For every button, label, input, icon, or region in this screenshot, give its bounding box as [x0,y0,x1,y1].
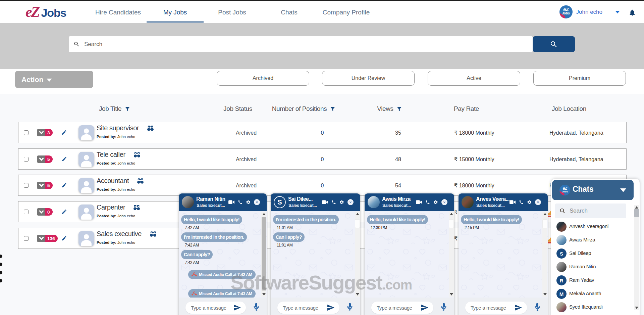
message-input[interactable]: Type a message [277,302,339,314]
scroll-up-icon[interactable] [261,212,266,216]
close-icon[interactable]: ✕ [254,199,260,205]
video-call-icon[interactable] [322,200,328,204]
audio-call-icon[interactable] [425,200,430,205]
action-button[interactable]: Action [15,71,93,88]
settings-gear-icon[interactable] [527,200,532,205]
edit-pencil-icon[interactable] [61,130,67,135]
applicants-badge[interactable]: 5 [37,155,53,163]
microphone-icon[interactable] [533,301,541,312]
binoculars-icon[interactable] [147,125,154,131]
chevron-down-icon[interactable] [37,129,45,136]
scroll-up-icon[interactable] [542,212,547,216]
chats-panel-header[interactable]: eZ Jobs Chats [552,180,634,200]
audio-call-icon[interactable] [331,200,336,205]
video-call-icon[interactable] [509,200,516,204]
row-checkbox[interactable] [24,236,29,241]
message-input[interactable]: Type a message [371,302,433,314]
scroll-down-icon[interactable] [261,292,266,297]
scroll-down-icon[interactable] [634,306,639,310]
job-title[interactable]: Site supervisor [97,124,139,132]
nav-post-jobs[interactable]: Post Jobs [218,9,246,16]
contact-list-item[interactable]: S Sai Dileep [551,247,634,260]
search-input[interactable]: Search [69,36,533,52]
scrollbar-thumb[interactable] [355,220,360,228]
filter-button[interactable]: Archived [217,71,309,86]
message-input[interactable]: Type a message [185,302,246,314]
send-icon[interactable] [514,304,523,312]
chevron-down-icon[interactable] [37,182,45,189]
edit-pencil-icon[interactable] [61,182,67,188]
contact-list-item[interactable]: Raman Nitin [551,260,634,274]
send-icon[interactable] [326,304,335,312]
edit-pencil-icon[interactable] [61,235,67,241]
scroll-up-icon[interactable] [449,212,454,216]
row-checkbox[interactable] [24,183,29,188]
close-icon[interactable]: ✕ [347,199,354,205]
user-dropdown-caret-icon[interactable] [615,11,620,13]
audio-call-icon[interactable] [519,200,524,205]
filter-button[interactable]: Active [428,71,520,86]
contact-list-item[interactable]: R Ram Yadav [551,274,634,287]
message-input[interactable]: Type a message [465,302,527,314]
video-call-icon[interactable] [416,200,422,204]
collapse-caret-icon[interactable] [620,188,626,192]
applicants-badge[interactable]: 5 [37,182,53,189]
chevron-down-icon[interactable] [37,235,45,242]
edit-pencil-icon[interactable] [61,156,67,162]
edit-pencil-icon[interactable] [61,209,67,215]
job-title[interactable]: Tele caller [97,151,125,159]
job-title[interactable]: Accountant [97,177,129,185]
job-title[interactable]: Sales executive [97,230,142,238]
chats-search-input[interactable]: Search [555,204,626,218]
row-checkbox[interactable] [24,157,29,162]
binoculars-icon[interactable] [150,231,157,237]
applicants-badge[interactable]: 0 [37,208,53,216]
contacts-scrollbar[interactable] [634,205,639,310]
close-icon[interactable]: ✕ [441,199,447,205]
scrollbar-thumb[interactable] [634,209,639,217]
chevron-down-icon[interactable] [37,155,45,163]
audio-call-icon[interactable] [238,200,243,205]
filter-button[interactable]: Under Review [322,71,415,86]
binoculars-icon[interactable] [137,178,144,184]
chat-scrollbar[interactable] [261,212,266,297]
ezjobs-logo[interactable]: eZ Jobs [25,3,66,20]
contact-list-item[interactable]: Awais Mirza [551,233,634,247]
scroll-down-icon[interactable] [542,292,547,297]
microphone-icon[interactable] [346,301,354,312]
settings-gear-icon[interactable] [433,200,438,205]
video-call-icon[interactable] [228,200,234,204]
contact-list-item[interactable]: Syed Iftequarali [551,301,634,314]
applicants-badge[interactable]: 136 [37,235,58,242]
contact-list-item[interactable]: Anvesh Veeragoni [551,220,634,233]
chevron-down-icon[interactable] [37,208,45,216]
send-icon[interactable] [420,304,429,312]
notification-bell-icon[interactable] [629,8,636,16]
binoculars-icon[interactable] [133,205,140,211]
chat-scrollbar[interactable] [449,212,454,297]
contact-list-item[interactable]: M Mekala Ananth [551,287,634,301]
nav-my-jobs[interactable]: My Jobs [163,9,187,16]
chat-scrollbar[interactable] [355,212,360,297]
row-checkbox[interactable] [24,130,29,135]
row-checkbox[interactable] [24,210,29,214]
send-icon[interactable] [233,304,241,312]
chat-scrollbar[interactable] [542,212,547,297]
nav-hire-candidates[interactable]: Hire Candidates [95,9,141,16]
nav-company-profile[interactable]: Company Profile [323,9,370,16]
microphone-icon[interactable] [252,301,260,312]
settings-gear-icon[interactable] [246,200,251,205]
microphone-icon[interactable] [440,301,448,312]
scroll-down-icon[interactable] [355,292,360,297]
applicants-badge[interactable]: 3 [37,129,53,136]
settings-gear-icon[interactable] [339,200,344,205]
scroll-down-icon[interactable] [449,292,454,297]
binoculars-icon[interactable] [133,152,141,158]
filter-button[interactable]: Premium [533,71,626,86]
user-avatar[interactable]: eZ Jobs [559,5,573,18]
user-name[interactable]: John echo [576,9,602,15]
scrollbar-thumb[interactable] [543,220,547,228]
nav-chats[interactable]: Chats [281,9,298,16]
search-button[interactable] [533,36,575,52]
job-title[interactable]: Carpenter [97,204,125,211]
